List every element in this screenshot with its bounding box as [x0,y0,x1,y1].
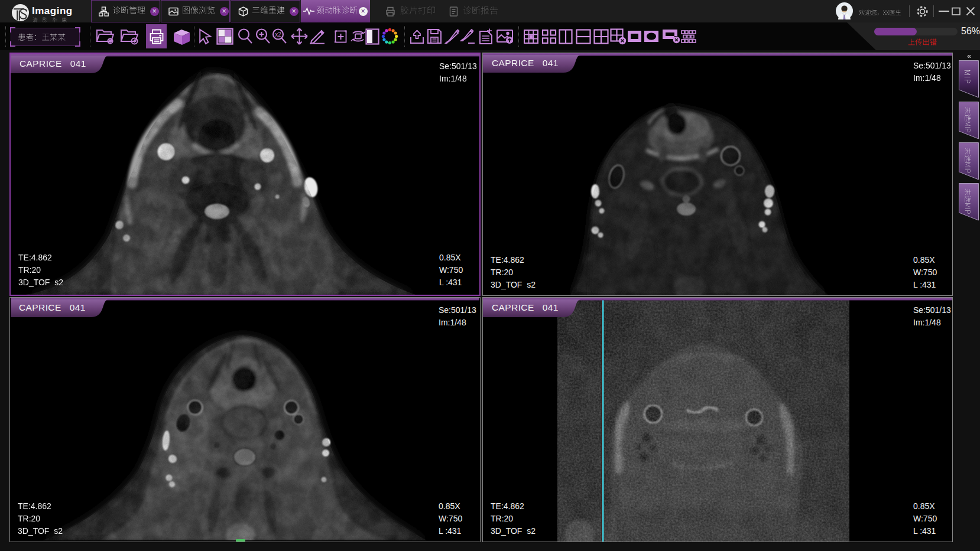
svg-text:x2: x2 [275,31,281,38]
